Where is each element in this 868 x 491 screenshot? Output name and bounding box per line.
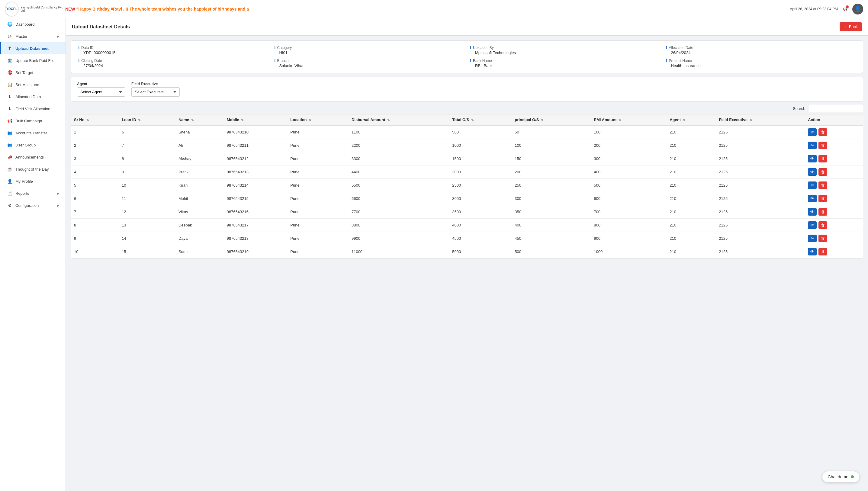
sidebar-item-reports[interactable]: 📄Reports▶ bbox=[0, 187, 65, 199]
delete-button-2[interactable]: 🗑 bbox=[818, 155, 827, 163]
cell-9-8: 1000 bbox=[591, 245, 667, 259]
delete-button-1[interactable]: 🗑 bbox=[818, 142, 827, 149]
col-header-0[interactable]: Sr No ⇅ bbox=[71, 114, 119, 125]
search-label: Search: bbox=[793, 106, 806, 111]
cell-3-10: 2125 bbox=[716, 166, 805, 179]
avatar[interactable]: 👤 bbox=[852, 4, 863, 15]
bell-badge bbox=[846, 5, 849, 8]
cell-3-3: 9876543213 bbox=[224, 166, 288, 179]
delete-button-9[interactable]: 🗑 bbox=[818, 248, 827, 256]
cell-3-5: 4400 bbox=[349, 166, 449, 179]
sidebar-label-configuration: Configuration bbox=[16, 203, 39, 208]
info-field-value-7: Health Insurance bbox=[671, 63, 856, 68]
sidebar-item-announcements[interactable]: 📣Announcements bbox=[0, 151, 65, 163]
cell-8-4: Pune bbox=[287, 232, 349, 245]
cell-3-0: 4 bbox=[71, 166, 119, 179]
col-header-7[interactable]: principal O/S ⇅ bbox=[512, 114, 591, 125]
cell-6-7: 350 bbox=[512, 205, 591, 219]
view-button-4[interactable]: 👁 bbox=[808, 181, 817, 189]
sidebar-item-user-group[interactable]: 👥User Group bbox=[0, 139, 65, 151]
delete-button-6[interactable]: 🗑 bbox=[818, 208, 827, 215]
info-icon-7: ℹ bbox=[666, 59, 667, 63]
table-row: 712Vikas9876543216Pune770035003507002102… bbox=[71, 205, 863, 219]
cell-7-3: 9876543217 bbox=[224, 219, 288, 232]
sort-icon-10: ⇅ bbox=[750, 118, 752, 122]
delete-button-5[interactable]: 🗑 bbox=[818, 195, 827, 202]
search-input[interactable] bbox=[809, 105, 863, 112]
sidebar-icon-user-group: 👥 bbox=[7, 143, 12, 147]
sidebar-icon-accounts-transfer: 👥 bbox=[7, 131, 12, 135]
sort-icon-4: ⇅ bbox=[309, 118, 311, 122]
info-item-6: ℹ Bank Name RBL Bank bbox=[470, 59, 660, 68]
sidebar-item-accounts-transfer[interactable]: 👥Accounts Transfer bbox=[0, 127, 65, 139]
sidebar-item-bulk-campaign[interactable]: 📢Bulk Campaign bbox=[0, 115, 65, 127]
col-header-10[interactable]: Field Executive ⇅ bbox=[716, 114, 805, 125]
sidebar-item-configuration[interactable]: ⚙Configuration▶ bbox=[0, 199, 65, 211]
chat-demo-button[interactable]: Chat demo bbox=[822, 471, 860, 483]
view-button-8[interactable]: 👁 bbox=[808, 235, 817, 242]
col-header-11[interactable]: Action bbox=[805, 114, 863, 125]
cell-3-4: Pune bbox=[287, 166, 349, 179]
cell-5-0: 6 bbox=[71, 192, 119, 205]
delete-button-3[interactable]: 🗑 bbox=[818, 168, 827, 176]
delete-button-4[interactable]: 🗑 bbox=[818, 181, 827, 189]
view-button-3[interactable]: 👁 bbox=[808, 168, 817, 176]
info-icon-6: ℹ bbox=[470, 59, 471, 63]
back-button[interactable]: ← Back bbox=[840, 22, 862, 31]
sidebar-item-set-target[interactable]: 🎯Set Target bbox=[0, 66, 65, 79]
info-field-value-0: YDPL0000000015 bbox=[83, 51, 268, 55]
sidebar-item-my-profile[interactable]: 👤My Profile bbox=[0, 175, 65, 187]
view-button-1[interactable]: 👁 bbox=[808, 142, 817, 149]
cell-6-10: 2125 bbox=[716, 205, 805, 219]
view-button-5[interactable]: 👁 bbox=[808, 195, 817, 202]
agent-select[interactable]: Select Agent bbox=[77, 87, 125, 97]
view-button-6[interactable]: 👁 bbox=[808, 208, 817, 215]
col-header-4[interactable]: Location ⇅ bbox=[287, 114, 349, 125]
sidebar-item-update-bank[interactable]: 🏦Update Bank Paid File bbox=[0, 54, 65, 66]
delete-button-8[interactable]: 🗑 bbox=[818, 235, 827, 242]
col-header-9[interactable]: Agent ⇅ bbox=[667, 114, 716, 125]
data-table: Sr No ⇅Loan ID ⇅Name ⇅Mobile ⇅Location ⇅… bbox=[71, 114, 863, 258]
agent-label: Agent bbox=[77, 82, 125, 86]
action-cell-7: 👁 🗑 bbox=[805, 219, 863, 232]
sidebar-item-allocated-data[interactable]: ⬇Allocated Data bbox=[0, 91, 65, 103]
col-header-1[interactable]: Loan ID ⇅ bbox=[119, 114, 175, 125]
sidebar-item-thought-of-day[interactable]: ☕Thought of the Day bbox=[0, 163, 65, 175]
view-button-7[interactable]: 👁 bbox=[808, 221, 817, 229]
info-label-4: ℹ Closing Date bbox=[78, 59, 268, 63]
cell-5-5: 6600 bbox=[349, 192, 449, 205]
view-button-2[interactable]: 👁 bbox=[808, 155, 817, 163]
info-label-1: ℹ Category bbox=[274, 46, 464, 50]
cell-9-2: Sumit bbox=[175, 245, 224, 259]
sidebar-item-set-milestone[interactable]: 📋Set Milestone bbox=[0, 79, 65, 91]
col-header-8[interactable]: EMI Amount ⇅ bbox=[591, 114, 667, 125]
col-header-5[interactable]: Disbursal Amount ⇅ bbox=[349, 114, 449, 125]
sidebar-item-dashboard[interactable]: 🌐Dashboard bbox=[0, 18, 65, 30]
cell-6-3: 9876543216 bbox=[224, 205, 288, 219]
cell-9-9: 210 bbox=[667, 245, 716, 259]
cell-9-3: 9876543219 bbox=[224, 245, 288, 259]
executive-select[interactable]: Select Executive bbox=[132, 87, 180, 97]
page-title: Upload Datasheet Details bbox=[72, 24, 130, 30]
col-header-3[interactable]: Mobile ⇅ bbox=[224, 114, 288, 125]
sidebar-item-master[interactable]: ◎Master▶ bbox=[0, 30, 65, 42]
delete-button-0[interactable]: 🗑 bbox=[818, 128, 827, 136]
info-item-0: ℹ Data ID YDPL0000000015 bbox=[78, 46, 268, 55]
delete-button-7[interactable]: 🗑 bbox=[818, 221, 827, 229]
sidebar-item-field-visit[interactable]: ⬇Field Visit Allocation bbox=[0, 103, 65, 115]
sidebar-item-upload-datasheet[interactable]: ⬆Upload Datasheet bbox=[0, 42, 65, 54]
col-header-2[interactable]: Name ⇅ bbox=[175, 114, 224, 125]
cell-7-1: 13 bbox=[119, 219, 175, 232]
table-row: 914Daya9876543218Pune9900450045090021021… bbox=[71, 232, 863, 245]
cell-0-5: 1100 bbox=[349, 125, 449, 139]
cell-5-2: Mohit bbox=[175, 192, 224, 205]
view-button-9[interactable]: 👁 bbox=[808, 248, 817, 256]
bell-icon[interactable]: 📢 bbox=[843, 7, 847, 11]
sidebar-label-reports: Reports bbox=[16, 191, 29, 196]
col-header-6[interactable]: Total O/S ⇅ bbox=[449, 114, 512, 125]
action-cell-2: 👁 🗑 bbox=[805, 152, 863, 166]
cell-4-9: 210 bbox=[667, 179, 716, 192]
info-field-value-3: 26/04/2024 bbox=[671, 51, 856, 55]
view-button-0[interactable]: 👁 bbox=[808, 128, 817, 136]
sidebar-label-accounts-transfer: Accounts Transfer bbox=[16, 131, 47, 135]
